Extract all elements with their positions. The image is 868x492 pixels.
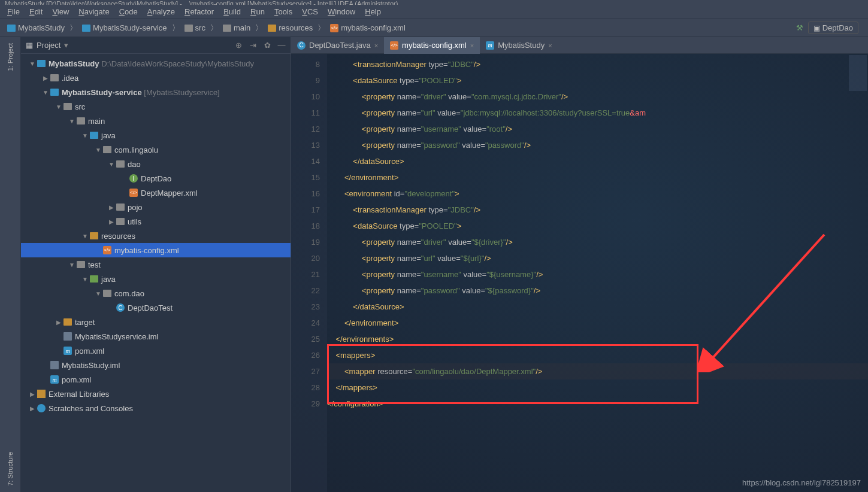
code-area[interactable]: <transactionManager type="JDBC"/> <dataS… — [327, 54, 868, 492]
tree-arrow[interactable]: ▼ — [107, 161, 116, 168]
code-line-10[interactable]: <property name="driver" value="com.mysql… — [327, 89, 868, 105]
editor[interactable]: 8910111213141516171819202122232425262728… — [291, 54, 868, 492]
mini-map[interactable] — [849, 55, 867, 91]
gutter-line[interactable]: 29 — [294, 396, 320, 412]
tree-item-java[interactable]: ▼java — [21, 272, 291, 286]
tree-item-mybatisstudy-service[interactable]: ▼MybatisStudy-service [MybatisStudyservi… — [21, 85, 291, 99]
gutter-line[interactable]: 25 — [294, 331, 320, 347]
breadcrumb-mybatis-config-xml[interactable]: </>mybatis-config.xml — [328, 22, 408, 34]
run-config-selector[interactable]: ▣ DeptDao — [808, 22, 858, 34]
tree-item-mybatis-config-xml[interactable]: </>mybatis-config.xml — [21, 243, 291, 257]
tree-arrow[interactable]: ▼ — [94, 290, 102, 297]
code-line-29[interactable]: </configuration> — [327, 396, 868, 412]
tree-item-com-dao[interactable]: ▼com.dao — [21, 286, 291, 300]
gutter-line[interactable]: 8 — [294, 56, 320, 72]
menu-navigate[interactable]: Navigate — [74, 6, 114, 17]
gutter-line[interactable]: 14 — [294, 153, 320, 169]
code-line-21[interactable]: <property name="username" value="${usern… — [327, 266, 868, 283]
locate-icon[interactable]: ⊕ — [234, 41, 243, 50]
code-line-17[interactable]: <transactionManager type="JDBC"/> — [327, 202, 868, 218]
gutter-line[interactable]: 26 — [294, 347, 320, 363]
gutter-line[interactable]: 28 — [294, 379, 320, 396]
gutter-line[interactable]: 12 — [294, 121, 320, 137]
breadcrumb-mybatisstudy-service[interactable]: MybatisStudy-service — [80, 22, 170, 34]
tree-item-external-libraries[interactable]: ▶External Libraries — [21, 387, 291, 401]
code-line-26[interactable]: <mappers> — [327, 347, 868, 363]
gutter-line[interactable]: 21 — [294, 266, 320, 283]
tree-item-resources[interactable]: ▼resources — [21, 229, 291, 243]
tree-item-mybatisstudy[interactable]: ▼MybatisStudy D:\Data\IdeaWorkSpaceStudy… — [21, 56, 291, 71]
code-line-18[interactable]: <dataSource type="POOLED"> — [327, 218, 868, 234]
editor-tab-mybatis-config-xml[interactable]: </>mybatis-config.xml× — [384, 37, 480, 54]
menu-window[interactable]: Window — [323, 6, 360, 17]
tree-item-mybatisstudy-iml[interactable]: MybatisStudy.iml — [21, 358, 291, 372]
tree-item-main[interactable]: ▼main — [21, 114, 291, 128]
tree-arrow[interactable]: ▼ — [28, 60, 37, 67]
settings-icon[interactable]: ✿ — [263, 41, 271, 50]
tree-arrow[interactable]: ▶ — [28, 405, 37, 412]
gutter-line[interactable]: 9 — [294, 72, 320, 89]
tree-item-pom-xml[interactable]: mpom.xml — [21, 344, 291, 358]
tree-item-java[interactable]: ▼java — [21, 128, 291, 142]
close-icon[interactable]: × — [374, 42, 378, 49]
tree-item-pojo[interactable]: ▶pojo — [21, 200, 291, 214]
tree-item-scratches-and-consoles[interactable]: ▶Scratches and Consoles — [21, 401, 291, 415]
tree-arrow[interactable]: ▶ — [28, 391, 37, 397]
menu-run[interactable]: Run — [246, 6, 270, 17]
tree-item-deptdao[interactable]: IDeptDao — [21, 171, 291, 186]
tree-arrow[interactable]: ▼ — [41, 89, 50, 96]
code-line-9[interactable]: <dataSource type="POOLED"> — [327, 72, 868, 89]
panel-view-icon[interactable]: ▦ — [26, 41, 33, 50]
code-line-13[interactable]: <property name="password" value="passwor… — [327, 137, 868, 153]
gutter-line[interactable]: 23 — [294, 299, 320, 315]
gutter-line[interactable]: 15 — [294, 169, 320, 186]
tree-item-com-lingaolu[interactable]: ▼com.lingaolu — [21, 142, 291, 157]
gutter-line[interactable]: 16 — [294, 186, 320, 202]
tree-arrow[interactable]: ▼ — [94, 147, 102, 153]
build-icon[interactable]: ⚒ — [796, 23, 803, 32]
menu-file[interactable]: File — [2, 6, 25, 17]
code-line-28[interactable]: </mappers> — [327, 379, 868, 396]
tree-arrow[interactable]: ▶ — [107, 218, 116, 225]
gutter-line[interactable]: 27 — [294, 363, 320, 379]
tree-arrow[interactable]: ▼ — [68, 118, 76, 124]
tree-item-utils[interactable]: ▶utils — [21, 214, 291, 229]
tree-item-deptdaotest[interactable]: CDeptDaoTest — [21, 300, 291, 315]
tree-arrow[interactable]: ▼ — [81, 132, 89, 139]
tab-project[interactable]: 1: Project — [4, 37, 16, 77]
tree-item-deptmapper-xml[interactable]: </>DeptMapper.xml — [21, 186, 291, 200]
tree-item-mybatisstudyservice-iml[interactable]: MybatisStudyservice.iml — [21, 329, 291, 344]
menu-build[interactable]: Build — [219, 6, 246, 17]
gutter[interactable]: 8910111213141516171819202122232425262728… — [291, 54, 327, 492]
menu-edit[interactable]: Edit — [25, 6, 47, 17]
code-line-8[interactable]: <transactionManager type="JDBC"/> — [327, 56, 868, 72]
code-line-20[interactable]: <property name="url" value="${url}"/> — [327, 250, 868, 266]
hide-icon[interactable]: — — [277, 41, 286, 50]
tree-arrow[interactable]: ▶ — [55, 319, 63, 326]
tree-arrow[interactable]: ▶ — [107, 204, 116, 211]
menu-view[interactable]: View — [47, 6, 74, 17]
gutter-line[interactable]: 17 — [294, 202, 320, 218]
code-line-14[interactable]: </dataSource> — [327, 153, 868, 169]
gutter-line[interactable]: 10 — [294, 89, 320, 105]
tree-item-target[interactable]: ▶target — [21, 315, 291, 329]
menu-analyze[interactable]: Analyze — [143, 6, 180, 17]
tree-item--idea[interactable]: ▶.idea — [21, 71, 291, 85]
code-line-16[interactable]: <environment id="development"> — [327, 186, 868, 202]
gutter-line[interactable]: 20 — [294, 250, 320, 266]
tree-arrow[interactable]: ▼ — [81, 276, 89, 283]
breadcrumb-main[interactable]: main — [220, 22, 253, 34]
menu-help[interactable]: Help — [360, 6, 386, 17]
code-line-11[interactable]: <property name="url" value="jdbc:mysql:/… — [327, 105, 868, 121]
tab-structure[interactable]: 7: Structure — [4, 446, 16, 492]
code-line-19[interactable]: <property name="driver" value="${driver}… — [327, 234, 868, 250]
tree-item-src[interactable]: ▼src — [21, 99, 291, 114]
breadcrumb-resources[interactable]: resources — [265, 22, 315, 34]
tree-arrow[interactable]: ▼ — [55, 104, 63, 110]
menu-tools[interactable]: Tools — [270, 6, 297, 17]
close-icon[interactable]: × — [548, 42, 552, 49]
gutter-line[interactable]: 13 — [294, 137, 320, 153]
tree-item-pom-xml[interactable]: mpom.xml — [21, 372, 291, 387]
editor-tab-mybatisstudy[interactable]: mMybatisStudy× — [480, 37, 558, 54]
dropdown-arrow-icon[interactable]: ▾ — [64, 41, 68, 50]
